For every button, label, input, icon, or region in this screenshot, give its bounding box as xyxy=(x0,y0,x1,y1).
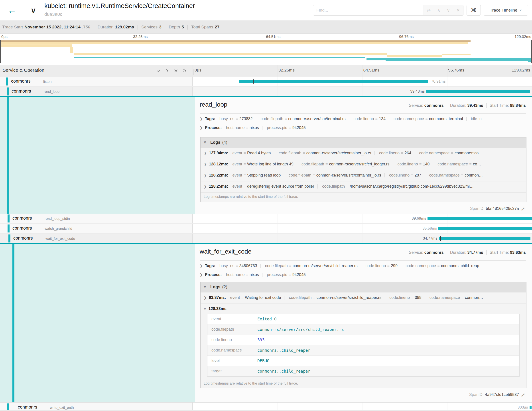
service-name: conmonrs xyxy=(12,225,32,231)
logs-section: ∨ Logs(4) ❯127.94ms: event=Read 4 bytes … xyxy=(200,137,526,202)
log-field-row: code.filepath conmon-rs/server/src/child… xyxy=(208,324,519,335)
operation-name: wait_for_exit_code xyxy=(46,237,75,241)
link-icon[interactable]: 🔗︎ xyxy=(521,206,525,211)
trace-start: Trace StartNovember 15 2022, 11:24:14.75… xyxy=(2,25,90,29)
minimap-tick: 32.25ms xyxy=(133,35,148,39)
command-icon: ⌘ xyxy=(471,7,476,14)
log-entry[interactable]: ❯128.25ms: event=deregistering event sou… xyxy=(200,181,526,193)
span-duration-label: 39.43ms xyxy=(410,89,425,94)
locate-icon[interactable]: ◎ xyxy=(427,8,431,13)
log-entry-expanded[interactable]: ∨128.33ms xyxy=(200,303,526,315)
divider xyxy=(200,260,526,261)
service-name: conmonrs xyxy=(12,215,32,221)
chevron-down-icon[interactable]: ∨ xyxy=(31,7,36,14)
collapse-one-icon[interactable] xyxy=(155,68,161,73)
span-timeline-cell: 39.43ms xyxy=(193,87,532,96)
log-entry[interactable]: ❯128.12ms: event=Wrote log line of lengt… xyxy=(200,159,526,170)
service-name: conmonrs xyxy=(11,78,31,84)
span-color-bar xyxy=(8,225,10,233)
range-handle-left[interactable] xyxy=(0,40,1,63)
chevron-right-icon: ❯ xyxy=(204,151,207,155)
divider xyxy=(165,25,165,29)
expand-all-icon[interactable] xyxy=(181,68,187,73)
span-name-cell: conmonrs read_loop xyxy=(0,87,193,96)
chevron-right-icon: ❯ xyxy=(204,173,207,177)
service-name: conmonrs xyxy=(13,235,33,241)
span-duration-label: 70.91ms xyxy=(431,79,446,84)
tags-row[interactable]: ❯Tags: busy_ns=34506763 code.filepath=co… xyxy=(200,264,526,272)
span-row-write-exit-path[interactable]: conmonrs write_exit_path 303μs xyxy=(0,402,532,410)
span-bar[interactable] xyxy=(426,90,530,93)
span-bar[interactable] xyxy=(438,227,532,230)
timeline-tick: 64.51ms xyxy=(363,68,380,73)
prev-match-icon[interactable]: ∧ xyxy=(437,8,440,13)
next-match-icon[interactable]: ∨ xyxy=(447,8,450,13)
find-input[interactable] xyxy=(313,5,424,15)
span-name-cell: conmonrs read_loop_stdin xyxy=(0,214,193,223)
timeline-tick: 96.76ms xyxy=(448,68,464,73)
span-detail-read-loop: read_loop Service: conmonrsDuration: 39.… xyxy=(0,97,532,214)
logs-header[interactable]: ∨ Logs(2) xyxy=(200,282,526,293)
depth-count: Depth5 xyxy=(169,25,184,29)
minimap-span-bar xyxy=(0,42,468,44)
collapse-all-icon[interactable] xyxy=(173,68,179,73)
divider xyxy=(138,25,138,29)
log-field-row: target conmonrs::child_reaper xyxy=(208,366,519,376)
keyboard-shortcuts-button[interactable]: ⌘ xyxy=(466,5,481,16)
log-note: Log timestamps are relative to the start… xyxy=(204,382,298,385)
trace-duration: Duration129.02ms xyxy=(98,25,134,29)
next-row-sliver xyxy=(0,410,532,411)
log-marker xyxy=(253,79,254,84)
span-bar[interactable] xyxy=(439,237,530,240)
minimap-canvas[interactable] xyxy=(0,40,532,63)
span-name-cell: conmonrs watch_grandchild xyxy=(0,224,193,233)
range-handle-right[interactable] xyxy=(531,40,532,63)
span-color-bar xyxy=(12,244,14,402)
logs-header[interactable]: ∨ Logs(4) xyxy=(200,137,526,148)
log-entry[interactable]: ❯128.22ms: event=Stopping read loop code… xyxy=(200,170,526,181)
clear-search-icon[interactable]: ✕ xyxy=(456,8,460,13)
divider xyxy=(188,25,188,29)
back-button[interactable]: ← xyxy=(0,0,24,20)
span-row-watch-grandchild[interactable]: conmonrs watch_grandchild 35.58ms xyxy=(0,224,532,234)
span-row-read-loop-stdin[interactable]: conmonrs read_loop_stdin 39.69ms xyxy=(0,214,532,224)
top-header: ← ∨ kubelet: runtime.v1.RuntimeService/C… xyxy=(0,0,532,20)
chevron-down-icon: ∨ xyxy=(204,307,206,311)
span-row-read-loop[interactable]: conmonrs read_loop 39.43ms xyxy=(0,87,532,97)
operation-name: read_loop xyxy=(44,90,59,94)
divider xyxy=(200,113,526,114)
log-entry[interactable]: ❯127.94ms: event=Read 4 bytes code.filep… xyxy=(200,148,526,159)
view-select-label: Trace Timeline xyxy=(490,8,517,13)
span-timeline-cell: 70.91ms xyxy=(193,77,532,86)
chevron-right-icon: ❯ xyxy=(204,162,207,166)
minimap-span-bar xyxy=(74,53,387,55)
span-name-cell: conmonrs listen xyxy=(0,77,193,86)
log-field-row: level DEBUG xyxy=(208,356,519,366)
span-name-cell: conmonrs write_exit_path xyxy=(0,402,193,410)
span-color-bar xyxy=(8,215,10,223)
span-detail-meta: Service: conmonrsDuration: 39.43msStart … xyxy=(409,103,526,108)
log-entry[interactable]: ❯93.87ms: event=Waiting for exit code co… xyxy=(200,293,526,304)
tags-row[interactable]: ❯Tags: busy_ns=273882 code.filepath=conm… xyxy=(200,117,526,125)
span-row-listen[interactable]: conmonrs listen 70.91ms xyxy=(0,77,532,87)
minimap-tick: 64.51ms xyxy=(266,35,280,39)
span-bar[interactable] xyxy=(530,406,531,409)
span-color-bar xyxy=(9,235,10,243)
timeline-tick: 32.25ms xyxy=(278,68,294,73)
minimap-span-bar xyxy=(386,59,532,61)
span-row-wait-for-exit-code[interactable]: conmonrs wait_for_exit_code 34.77ms xyxy=(0,234,532,244)
span-bar[interactable] xyxy=(239,80,428,83)
span-detail-content: wait_for_exit_code Service: conmonrsDura… xyxy=(195,244,532,402)
span-bar[interactable] xyxy=(428,217,532,220)
expand-one-icon[interactable] xyxy=(164,68,170,73)
minimap-tick: 96.76ms xyxy=(399,35,414,39)
view-select-button[interactable]: Trace Timeline ∨ xyxy=(484,5,528,16)
process-row[interactable]: ❯Process: host.name=nixos process.pid=94… xyxy=(200,126,526,133)
process-row[interactable]: ❯Process: host.name=nixos process.pid=94… xyxy=(200,273,526,280)
span-color-bar xyxy=(7,88,9,96)
link-icon[interactable]: 🔗︎ xyxy=(521,392,525,397)
timeline-header: 0μs 32.25ms 64.51ms 96.76ms 129.02ms xyxy=(193,65,532,77)
log-note: Log timestamps are relative to the start… xyxy=(204,195,298,199)
span-id: SpanID:5faf48165428c37a🔗︎ xyxy=(470,206,525,211)
minimap-tick: 129.02ms xyxy=(514,35,531,39)
